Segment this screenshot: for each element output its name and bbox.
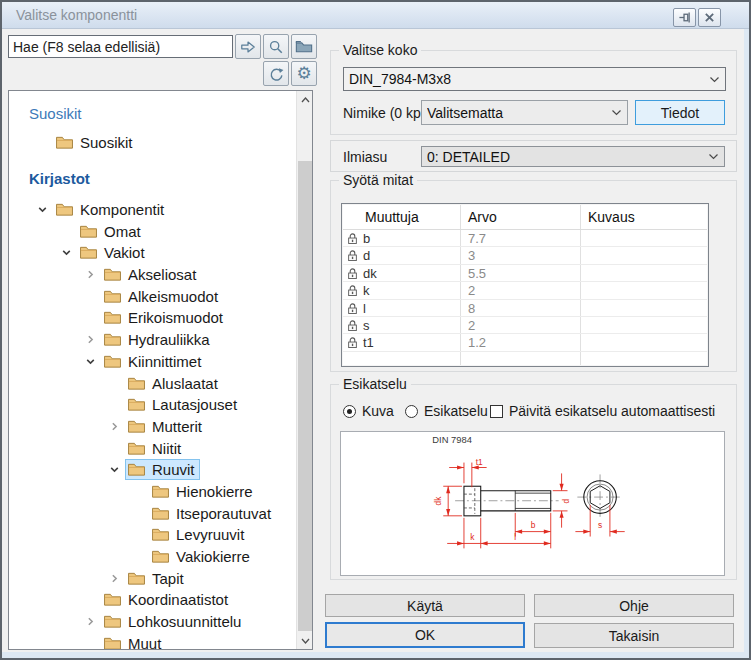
table-row[interactable]: k 2 (343, 282, 707, 299)
scroll-down-icon[interactable] (297, 632, 313, 649)
tree-item[interactable]: Kiinnittimet (9, 351, 296, 373)
auto-update-checkbox[interactable] (490, 405, 503, 418)
folder-icon (103, 289, 122, 304)
tree-item-favorites[interactable]: Suosikit (9, 132, 296, 154)
tree-item[interactable]: Muut (9, 632, 296, 649)
tree-item[interactable]: Akseliosat (9, 264, 296, 286)
help-button[interactable]: Ohje (534, 594, 734, 617)
tree-item[interactable]: Levyruuvit (9, 524, 296, 546)
library-tree[interactable]: Suosikit Suosikit Kirjastot Komponentit … (8, 90, 313, 650)
preview-options: Kuva Esikatselu Päivitä esikatselu autom… (343, 403, 726, 421)
chevron-right-icon[interactable] (79, 614, 101, 630)
column-header: Muuttuja (365, 209, 419, 225)
svg-text:DIN 7984: DIN 7984 (432, 435, 472, 445)
radio-kuva[interactable] (343, 405, 356, 418)
svg-text:b: b (531, 520, 536, 530)
search-button[interactable] (263, 34, 289, 59)
tree-item[interactable]: Aluslaatat (9, 372, 296, 394)
chevron-down-icon (708, 153, 719, 160)
table-row[interactable]: b 7.7 (343, 230, 707, 247)
search-input[interactable] (8, 35, 233, 58)
tree-item-selected[interactable]: Ruuvit (9, 459, 296, 481)
tiedot-button[interactable]: Tiedot (635, 100, 725, 125)
pin-button[interactable] (673, 8, 696, 27)
refresh-button[interactable] (263, 61, 289, 86)
lock-icon (347, 232, 358, 245)
nimike-combobox[interactable]: Valitsematta (421, 100, 628, 125)
tree-item[interactable]: Itseporautuvat (9, 502, 296, 524)
browse-button[interactable] (291, 34, 317, 59)
folder-icon (103, 636, 122, 649)
tree-item[interactable]: Komponentit (9, 199, 296, 221)
svg-text:k: k (470, 532, 475, 542)
tree-item[interactable]: Hienokierre (9, 481, 296, 503)
din-7984-drawing: DIN 7984 (341, 432, 724, 575)
scrollbar-thumb[interactable] (298, 161, 312, 631)
folder-icon (55, 202, 74, 217)
tree-item[interactable]: Vakiokierre (9, 546, 296, 568)
search-go-button[interactable] (235, 34, 261, 59)
tree-content: Suosikit Suosikit Kirjastot Komponentit … (9, 91, 296, 649)
table-row[interactable]: l 8 (343, 300, 707, 317)
tree-item[interactable]: Erikoismuodot (9, 307, 296, 329)
dimensions-table[interactable]: Muuttuja Arvo Kuvaus b 7.7 d 3 dk 5.5 (341, 203, 709, 367)
tree-item[interactable]: Hydrauliikka (9, 329, 296, 351)
dialog-right-edge (744, 29, 749, 658)
table-row[interactable]: s 2 (343, 317, 707, 334)
table-row[interactable]: d 3 (343, 247, 707, 264)
folder-icon (151, 549, 170, 564)
chevron-down-icon[interactable] (55, 245, 77, 261)
preview-image: DIN 7984 (340, 431, 725, 576)
tree-scrollbar[interactable] (296, 91, 312, 649)
settings-button[interactable]: ⚙ (291, 61, 317, 86)
titlebar[interactable]: Valitse komponentti (2, 2, 749, 29)
chevron-right-icon[interactable] (79, 332, 101, 348)
tree-item[interactable]: Alkeismuodot (9, 285, 296, 307)
dialog-title: Valitse komponentti (16, 2, 137, 29)
tree-item[interactable]: Lautasjouset (9, 394, 296, 416)
close-button[interactable] (698, 8, 721, 27)
svg-text:l: l (514, 532, 516, 542)
tree-item[interactable]: Mutterit (9, 416, 296, 438)
radio-esikatselu[interactable] (405, 405, 418, 418)
chevron-down-icon[interactable] (103, 462, 125, 478)
gear-icon: ⚙ (296, 65, 311, 82)
magnifier-icon (268, 39, 284, 55)
ok-button[interactable]: OK (325, 622, 525, 648)
chevron-down-icon (709, 76, 720, 83)
folder-icon (127, 462, 146, 477)
lock-icon (347, 319, 358, 332)
table-row[interactable]: t1 1.2 (343, 334, 707, 351)
scroll-up-icon[interactable] (297, 91, 313, 108)
back-button[interactable]: Takaisin (534, 623, 734, 648)
tree-item[interactable]: Lohkosuunnittelu (9, 611, 296, 633)
apply-button[interactable]: Käytä (325, 594, 525, 617)
tree-item[interactable]: Vakiot (9, 242, 296, 264)
svg-text:dk: dk (433, 496, 443, 506)
size-group: Valitse koko DIN_7984-M3x8 Nimike (0 kpl… (330, 50, 737, 135)
table-header: Muuttuja Arvo Kuvaus (343, 205, 707, 230)
chevron-right-icon[interactable] (103, 570, 125, 586)
favorites-header: Suosikit (29, 105, 296, 125)
column-header: Kuvaus (588, 209, 635, 225)
folder-icon (103, 310, 122, 325)
table-row[interactable]: dk 5.5 (343, 265, 707, 282)
folder-icon (103, 267, 122, 282)
ilmiasu-combobox[interactable]: 0: DETAILED (421, 146, 725, 167)
folder-icon (151, 527, 170, 542)
folder-icon (103, 592, 122, 607)
lock-icon (347, 302, 358, 315)
chevron-right-icon[interactable] (103, 418, 125, 434)
folder-icon (103, 354, 122, 369)
dimensions-group: Syötä mitat Muuttuja Arvo Kuvaus b 7.7 d… (330, 180, 737, 372)
chevron-down-icon[interactable] (79, 353, 101, 369)
folder-icon (103, 614, 122, 629)
size-combobox[interactable]: DIN_7984-M3x8 (343, 67, 726, 91)
tree-item[interactable]: Koordinaatistot (9, 589, 296, 611)
tree-item[interactable]: Omat (9, 220, 296, 242)
tree-item[interactable]: Tapit (9, 567, 296, 589)
chevron-down-icon[interactable] (31, 202, 53, 218)
tree-item[interactable]: Niitit (9, 437, 296, 459)
chevron-right-icon[interactable] (79, 267, 101, 283)
radio-esikatselu-label: Esikatselu (424, 403, 488, 419)
